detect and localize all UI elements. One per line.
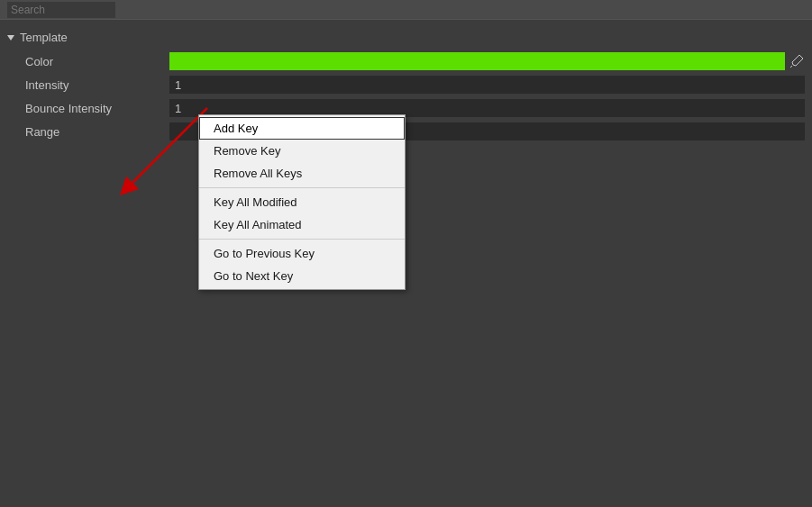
separator-2 <box>199 239 405 240</box>
intensity-value[interactable]: 1 <box>169 76 805 94</box>
search-input[interactable] <box>7 2 115 18</box>
color-bar[interactable] <box>169 52 785 70</box>
intensity-label: Intensity <box>25 78 169 92</box>
properties-panel: Template Color Intensity 1 Bounce Intens… <box>0 20 812 507</box>
menu-item-add-key[interactable]: Add Key <box>199 117 405 140</box>
color-label: Color <box>25 55 169 68</box>
bounce-intensity-label: Bounce Intensity <box>25 102 169 115</box>
eyedropper-icon[interactable] <box>789 53 805 69</box>
menu-item-go-to-next-key[interactable]: Go to Next Key <box>199 265 405 287</box>
separator-1 <box>199 187 405 188</box>
menu-item-remove-all-keys[interactable]: Remove All Keys <box>199 162 405 185</box>
color-row: Color <box>0 50 812 73</box>
menu-item-remove-key[interactable]: Remove Key <box>199 140 405 162</box>
intensity-row: Intensity 1 <box>0 73 812 96</box>
expand-icon <box>7 35 14 41</box>
range-row: Range <box>0 120 812 143</box>
top-bar <box>0 0 812 20</box>
svg-line-0 <box>790 66 792 68</box>
section-title: Template <box>20 31 68 44</box>
range-label: Range <box>25 125 169 139</box>
menu-item-go-to-previous-key[interactable]: Go to Previous Key <box>199 242 405 265</box>
section-header: Template <box>0 27 812 48</box>
context-menu: Add Key Remove Key Remove All Keys Key A… <box>198 114 406 290</box>
color-bar-wrapper <box>169 52 805 70</box>
menu-item-key-all-modified[interactable]: Key All Modified <box>199 191 405 213</box>
bounce-intensity-row: Bounce Intensity 1 <box>0 96 812 120</box>
menu-item-key-all-animated[interactable]: Key All Animated <box>199 213 405 236</box>
